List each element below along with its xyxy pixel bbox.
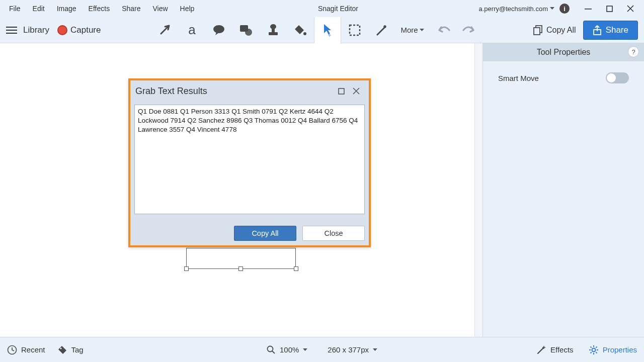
svg-rect-6 — [272, 29, 275, 32]
tool-properties-panel: Tool Properties ? Smart Move — [483, 43, 644, 337]
window-title: Snagit Editor — [200, 5, 475, 13]
resize-handle[interactable] — [238, 266, 243, 271]
svg-point-15 — [60, 347, 61, 349]
share-label: Share — [606, 25, 628, 35]
svg-point-5 — [270, 24, 276, 29]
dimensions-control[interactable]: 260 x 377px — [328, 345, 377, 354]
svg-point-8 — [303, 32, 306, 35]
more-label: More — [400, 26, 418, 34]
dialog-copy-all-button[interactable]: Copy All — [234, 226, 296, 241]
record-icon[interactable] — [57, 25, 67, 35]
vertical-scrollbar[interactable] — [474, 43, 482, 337]
canvas-selected-object[interactable] — [186, 248, 296, 269]
fill-tool-icon[interactable] — [287, 17, 314, 43]
svg-point-16 — [267, 346, 273, 351]
svg-point-17 — [592, 348, 595, 351]
library-button[interactable]: Library — [23, 25, 49, 35]
redo-button[interactable] — [461, 25, 476, 35]
status-bar: Recent Tag 100% 260 x 377px Effects Prop… — [0, 337, 644, 362]
svg-rect-7 — [269, 32, 278, 35]
svg-point-2 — [213, 25, 224, 33]
shape-tool-icon[interactable] — [232, 17, 260, 43]
svg-rect-13 — [339, 88, 344, 94]
text-tool-icon[interactable]: a — [178, 17, 205, 43]
window-close-button[interactable] — [624, 2, 637, 15]
search-icon — [267, 345, 276, 354]
tag-icon — [57, 345, 67, 355]
tag-button[interactable]: Tag — [57, 345, 84, 355]
undo-button[interactable] — [436, 25, 451, 35]
zoom-value: 100% — [280, 345, 299, 354]
hamburger-menu-icon[interactable] — [6, 24, 19, 37]
callout-tool-icon[interactable] — [205, 17, 232, 43]
resize-handle[interactable] — [184, 266, 189, 271]
canvas-area[interactable]: Grab Text Results Copy All Close — [0, 43, 483, 337]
menu-view[interactable]: View — [147, 3, 174, 15]
smart-move-toggle[interactable] — [606, 72, 629, 83]
menu-image[interactable]: Image — [51, 3, 83, 15]
stamp-tool-icon[interactable] — [260, 17, 287, 43]
properties-button[interactable]: Properties — [589, 345, 637, 355]
wand-icon — [536, 345, 546, 355]
move-tool-icon[interactable] — [314, 17, 341, 43]
effects-label: Effects — [550, 345, 574, 354]
chevron-down-icon — [373, 348, 377, 351]
menu-help[interactable]: Help — [174, 3, 201, 15]
svg-rect-9 — [350, 25, 360, 35]
menu-file[interactable]: File — [3, 3, 27, 15]
dimensions-value: 260 x 377px — [328, 345, 369, 354]
zoom-control[interactable]: 100% — [267, 345, 307, 354]
dialog-close-btn[interactable]: Close — [302, 226, 365, 241]
svg-rect-0 — [585, 9, 592, 10]
menu-share[interactable]: Share — [116, 3, 146, 15]
dialog-title: Grab Text Results — [135, 86, 207, 97]
toolbar-copy-all-button[interactable]: Copy All — [533, 25, 576, 35]
recent-button[interactable]: Recent — [7, 345, 45, 355]
dialog-maximize-button[interactable] — [334, 83, 349, 99]
svg-rect-11 — [534, 28, 540, 35]
resize-handle[interactable] — [294, 266, 298, 271]
help-icon[interactable]: ? — [628, 46, 639, 57]
arrow-tool-icon[interactable] — [151, 17, 178, 43]
menubar: File Edit Image Effects Share View Help … — [0, 0, 644, 17]
tool-palette: a More — [151, 17, 429, 43]
grab-text-textarea[interactable] — [134, 105, 365, 214]
tag-label: Tag — [71, 345, 84, 354]
selection-tool-icon[interactable] — [341, 17, 368, 43]
smart-move-label: Smart Move — [498, 74, 539, 82]
window-maximize-button[interactable] — [603, 2, 616, 15]
clock-icon — [7, 345, 17, 355]
user-email: a.perry@techsmith.com — [479, 5, 548, 13]
grab-text-results-dialog: Grab Text Results Copy All Close — [128, 78, 371, 247]
chevron-down-icon — [420, 29, 424, 32]
menu-edit[interactable]: Edit — [27, 3, 51, 15]
copy-icon — [533, 25, 543, 35]
magic-wand-tool-icon[interactable] — [368, 17, 395, 43]
info-icon[interactable]: i — [559, 4, 570, 14]
main-toolbar: Library Capture a More Copy All Share — [0, 17, 644, 43]
toolbar-share-button[interactable]: Share — [583, 21, 638, 40]
chevron-down-icon — [303, 348, 307, 351]
share-icon — [593, 25, 602, 35]
properties-label: Properties — [603, 345, 637, 354]
tool-properties-title: Tool Properties — [537, 48, 591, 57]
chevron-down-icon — [550, 7, 554, 10]
effects-button[interactable]: Effects — [536, 345, 574, 355]
gear-icon — [589, 345, 599, 355]
user-account-dropdown[interactable]: a.perry@techsmith.com — [476, 5, 557, 13]
svg-rect-1 — [607, 6, 612, 12]
menu-effects[interactable]: Effects — [83, 3, 116, 15]
capture-button[interactable]: Capture — [70, 25, 101, 35]
svg-point-4 — [245, 29, 252, 36]
recent-label: Recent — [21, 345, 45, 354]
copy-all-label: Copy All — [546, 26, 576, 35]
window-minimize-button[interactable] — [582, 2, 595, 15]
dialog-close-button[interactable] — [349, 83, 364, 99]
more-tools-dropdown[interactable]: More — [395, 26, 429, 34]
